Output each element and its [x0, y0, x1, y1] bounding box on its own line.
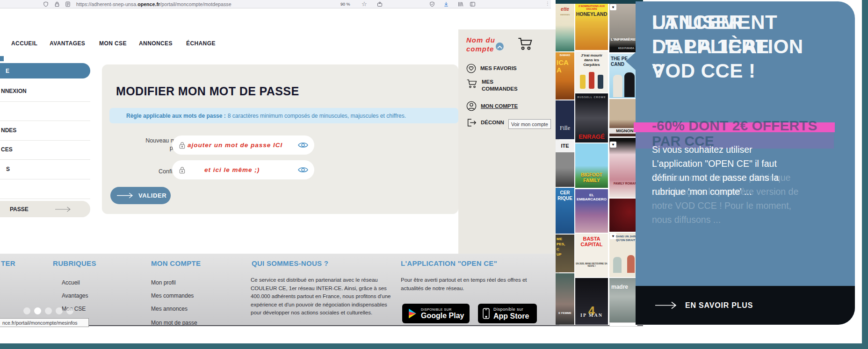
iphone-icon — [483, 308, 490, 319]
url-text[interactable]: https://adherent-snep-unsa.opence.fr/por… — [76, 1, 231, 7]
show-password-icon[interactable] — [298, 166, 308, 173]
carousel-dot[interactable] — [45, 307, 52, 314]
sidebar-item-active[interactable]: E — [0, 63, 90, 78]
carousel-dot[interactable] — [56, 307, 63, 314]
submit-label: VALIDER — [138, 192, 166, 199]
library-icon[interactable] — [457, 1, 463, 7]
google-play-badge[interactable]: DISPONIBLE SURGoogle Play — [402, 304, 470, 323]
movie-poster[interactable]: ME PES, C UF — [556, 235, 574, 272]
arrow-right-icon — [655, 301, 678, 309]
account-panel: Nom du compte MES FAVORIS MES COMMANDES … — [458, 29, 559, 255]
menu-compte-label: MON COMPTE — [481, 103, 526, 110]
sidebar-divider — [0, 101, 90, 102]
footer-link-mes-commandes[interactable]: Mes commandes — [151, 292, 194, 299]
lock-icon — [179, 142, 186, 149]
menu-item-compte[interactable]: MON COMPTE — [466, 101, 526, 111]
sidebar-item-annonces[interactable]: S — [6, 166, 10, 172]
movie-poster[interactable]: CER RIQUE — [556, 188, 574, 234]
poster-title: Fille — [556, 125, 574, 132]
new-password-field[interactable]: ajouter un mot de passe ICI — [172, 135, 314, 155]
footer-link-mes-annonces[interactable]: Mes annonces — [151, 306, 188, 312]
movie-poster[interactable]: ITE — [556, 140, 574, 187]
footer-heading-qui-sommes-nous: QUI SOMMES-NOUS ? — [252, 259, 328, 267]
favorite-icon[interactable]: ♥ — [610, 142, 616, 148]
promo-text: Si vous souhaitez utiliser L'application… — [652, 142, 853, 199]
footer-link-avantages[interactable]: Avantages — [62, 292, 88, 299]
desktop-edge-bottom — [0, 343, 868, 349]
bookmark-star-icon[interactable]: ☆ — [362, 0, 367, 7]
footer-heading-application: L'APPLICATION "OPEN CE" — [401, 259, 497, 267]
footer-link-mot-de-passe[interactable]: Mon mot de passe — [151, 320, 197, 325]
poster-title: HONEYLAND — [575, 11, 608, 17]
vod-window-top-bar — [556, 0, 643, 4]
footer-about-text: Ce service est distribué en partenariat … — [251, 276, 392, 317]
menu-item-favoris[interactable]: MES FAVORIS — [466, 64, 525, 73]
poster-art — [580, 75, 586, 89]
sidebar-item-motdepasse[interactable]: PASSE — [0, 201, 90, 217]
menu-favoris-label: MES FAVORIS — [480, 65, 525, 72]
download-icon[interactable] — [443, 1, 449, 7]
tracking-shield-icon[interactable] — [429, 1, 435, 7]
movie-poster[interactable]: RUSSELL CROWE ENRAGÉ — [575, 93, 608, 142]
favorite-icon[interactable]: ♥ — [610, 233, 616, 239]
sidebar-toggle-icon[interactable] — [470, 1, 476, 7]
footer-link-mon-cse[interactable]: Mon CSE — [62, 306, 86, 312]
footer-col-contact-fragment: TER — [1, 259, 15, 267]
account-name[interactable]: Nom du compte — [466, 36, 495, 53]
poster-title: ette — [556, 7, 574, 12]
carousel-dot-active[interactable] — [34, 307, 41, 314]
extension-icon[interactable] — [377, 1, 383, 7]
confirm-password-field[interactable]: et ici le même ;) — [172, 160, 314, 179]
movie-poster[interactable]: ette vennes — [556, 4, 574, 51]
poster-subtitle: vennes — [556, 13, 574, 16]
nav-annonces[interactable]: ANNONCES — [139, 40, 173, 47]
heart-icon — [466, 64, 476, 73]
movie-poster[interactable]: J'irai mourir dans les CarpAtes — [575, 51, 608, 93]
poster-subtitle: RUSSELL CROWE — [575, 96, 608, 99]
reader-mode-icon[interactable] — [65, 1, 71, 7]
menu-item-commandes[interactable]: MES COMMANDES — [466, 78, 527, 93]
poster-title: J'irai mourir dans les CarpAtes — [575, 53, 608, 67]
chevron-up-icon[interactable] — [496, 43, 504, 50]
site-info-icon[interactable] — [43, 1, 49, 7]
poster-art — [589, 72, 594, 89]
nav-accueil[interactable]: ACCUEIL — [11, 40, 37, 47]
carousel-dot[interactable] — [23, 307, 30, 314]
poster-title: ITE — [556, 143, 574, 149]
sidebar-item-preferences[interactable]: CES — [1, 146, 13, 153]
movie-poster[interactable]: E FEMME — [556, 273, 574, 325]
movie-poster[interactable]: 2 NOMINATIONS AUX OSCARS HONEYLAND — [575, 4, 608, 50]
poster-subtitle: 2 NOMINATIONS AUX OSCARS — [575, 5, 608, 10]
movie-poster[interactable]: 4 IP MAN — [575, 278, 608, 325]
screenshot-root: https://adherent-snep-unsa.opence.fr/por… — [0, 0, 868, 349]
cart-icon[interactable] — [517, 36, 533, 51]
footer-link-mon-profil[interactable]: Mon profil — [151, 279, 176, 286]
footer-link-accueil[interactable]: Accueil — [62, 279, 80, 286]
nav-avantages[interactable]: AVANTAGES — [50, 40, 85, 47]
nav-mon-cse[interactable]: MON CSE — [99, 40, 127, 47]
carousel-dot[interactable] — [66, 307, 73, 314]
movie-poster[interactable]: BIGFOOT FAMILY — [575, 143, 608, 188]
promo-cta[interactable]: EN SAVOIR PLUS — [636, 286, 855, 325]
lock-icon — [179, 166, 186, 174]
sidebar-item-connexion[interactable]: NNEXION — [1, 88, 27, 94]
show-password-icon[interactable] — [298, 142, 308, 149]
zoom-level-badge[interactable]: 90 % — [340, 2, 350, 7]
sidebar-divider — [0, 199, 90, 199]
favorite-icon[interactable]: ♥ — [610, 4, 616, 10]
movie-poster[interactable]: BAMAKO ICA A — [556, 52, 574, 100]
lock-icon[interactable] — [54, 1, 60, 7]
movie-poster[interactable]: Fille — [556, 100, 574, 139]
overflow-menu-icon[interactable]: ⋮ — [545, 1, 550, 6]
arrow-right-icon — [117, 192, 134, 199]
submit-button[interactable]: VALIDER — [110, 187, 171, 204]
sidebar-item-commandes[interactable]: NDES — [1, 127, 16, 134]
movie-poster[interactable]: EL EMBARCADERO — [575, 189, 608, 233]
arrow-right-icon — [55, 207, 71, 212]
nav-echange[interactable]: ÉCHANGE — [186, 40, 216, 47]
cart-icon — [466, 78, 477, 89]
app-store-badge[interactable]: Disponible surApp Store — [478, 304, 537, 323]
movie-poster[interactable]: BASTA CAPITAL EN 2020, MANU RETOURNE SA … — [575, 234, 608, 277]
poster-title: BASTA CAPITAL — [575, 236, 608, 247]
footer-heading-rubriques: RUBRIQUES — [53, 259, 96, 267]
